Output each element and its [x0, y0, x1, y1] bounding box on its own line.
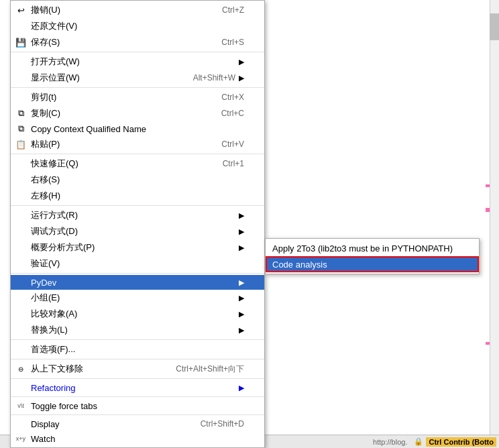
separator-10	[11, 414, 264, 415]
menu-item-compare[interactable]: 比较对象(A) ▶	[11, 306, 264, 322]
menu-item-toggle-force-tabs[interactable]: v\t Toggle force tabs	[11, 398, 264, 413]
separator-4	[11, 205, 264, 206]
separator-1	[11, 52, 264, 52]
paste-icon: 📋	[14, 139, 27, 150]
menu-item-remove-trailing[interactable]: ⊖ 从上下文移除 Ctrl+Alt+Shift+向下	[11, 361, 264, 377]
scrollbar[interactable]	[490, 0, 499, 448]
remove-trailing-icon: ⊖	[14, 366, 27, 373]
separator-7	[11, 359, 264, 359]
menu-item-save[interactable]: 💾 保存(S) Ctrl+S	[11, 34, 264, 50]
status-icon: 🔒	[414, 437, 423, 446]
submenu-arrow-team: ▶	[239, 294, 244, 302]
menu-item-copy[interactable]: ⧉ 复制(C) Ctrl+C	[11, 105, 264, 121]
copy-qualified-icon: ⧉	[14, 123, 27, 134]
menu-item-replace[interactable]: 替换为(L) ▶	[11, 322, 264, 338]
separator-8	[11, 378, 264, 379]
menu-item-refactoring[interactable]: Refactoring ▶	[11, 380, 264, 395]
menu-item-pydev[interactable]: PyDev ▶	[11, 275, 264, 290]
undo-icon: ↩	[14, 5, 27, 15]
submenu-arrow-open-with: ▶	[239, 58, 244, 66]
submenu-arrow-compare: ▶	[239, 310, 244, 319]
separator-2	[11, 87, 264, 88]
toggle-force-tabs-icon: v\t	[14, 402, 27, 409]
menu-item-debug-as[interactable]: 调试方式(D) ▶	[11, 223, 264, 239]
context-menu: ↩ 撤销(U) Ctrl+Z 还原文件(V) 💾 保存(S) Ctrl+S 打开…	[10, 0, 265, 448]
submenu-arrow-run-as: ▶	[239, 211, 244, 220]
separator-9	[11, 396, 264, 397]
menu-item-copy-qualified[interactable]: ⧉ Copy Context Qualified Name	[11, 121, 264, 136]
menu-item-open-with[interactable]: 打开方式(W) ▶	[11, 54, 264, 70]
menu-item-team[interactable]: 小组(E) ▶	[11, 290, 264, 306]
menu-item-profile-as[interactable]: 概要分析方式(P) ▶	[11, 239, 264, 256]
submenu-arrow-pydev: ▶	[239, 278, 244, 287]
copy-icon: ⧉	[14, 108, 27, 119]
menu-item-display[interactable]: Display Ctrl+Shift+D	[11, 416, 264, 431]
menu-item-show-pos[interactable]: 显示位置(W) Alt+Shift+W ▶	[11, 70, 264, 86]
submenu-arrow-profile-as: ▶	[239, 243, 244, 252]
menu-item-restore[interactable]: 还原文件(V)	[11, 18, 264, 34]
status-url: http://blog.	[373, 438, 407, 446]
submenu-arrow-debug-as: ▶	[239, 227, 244, 236]
menu-item-shift-left[interactable]: 左移(H)	[11, 188, 264, 204]
menu-item-validate[interactable]: 验证(V)	[11, 256, 264, 272]
menu-item-cut[interactable]: 剪切(t) Ctrl+X	[11, 89, 264, 105]
menu-item-undo[interactable]: ↩ 撤销(U) Ctrl+Z	[11, 2, 264, 18]
menu-item-preferences[interactable]: 首选项(F)...	[11, 341, 264, 357]
separator-3	[11, 154, 264, 154]
separator-5	[11, 273, 264, 274]
watch-icon: x+y	[14, 435, 27, 442]
submenu-item-apply-2to3[interactable]: Apply 2To3 (lib2to3 must be in PYTHONPAT…	[266, 240, 479, 256]
pydev-submenu: Apply 2To3 (lib2to3 must be in PYTHONPAT…	[265, 238, 480, 274]
menu-item-paste[interactable]: 📋 粘贴(P) Ctrl+V	[11, 136, 264, 152]
error-indicator-2	[486, 208, 490, 212]
submenu-item-code-analysis[interactable]: Code analysis	[266, 256, 479, 272]
error-indicator-1	[486, 184, 490, 187]
ctrl-contrib-label[interactable]: Ctrl Contrib (Botto	[426, 437, 496, 447]
submenu-arrow-show-pos: ▶	[239, 74, 244, 82]
error-indicator-3	[486, 342, 490, 345]
submenu-arrow-replace: ▶	[239, 326, 244, 335]
submenu-arrow-refactoring: ▶	[239, 384, 244, 392]
scrollbar-thumb[interactable]	[490, 13, 499, 40]
menu-item-watch[interactable]: x+y Watch	[11, 431, 264, 446]
menu-item-quick-fix[interactable]: 快速修正(Q) Ctrl+1	[11, 156, 264, 172]
menu-item-run-as[interactable]: 运行方式(R) ▶	[11, 207, 264, 223]
menu-item-shift-right[interactable]: 右移(S)	[11, 172, 264, 188]
separator-6	[11, 339, 264, 340]
save-icon: 💾	[14, 38, 27, 48]
